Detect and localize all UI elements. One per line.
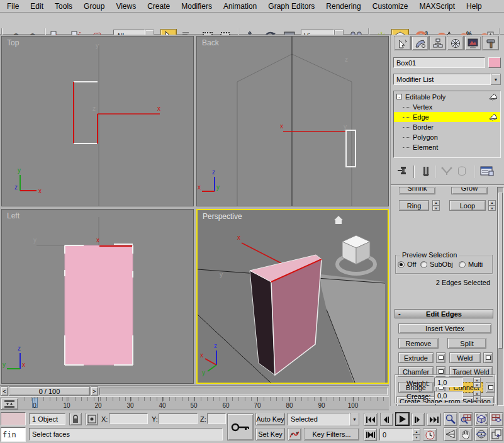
zoom-button[interactable]	[444, 412, 457, 426]
weld-button[interactable]: Weld	[449, 352, 481, 363]
open-mini-curve-editor-button[interactable]	[1, 398, 18, 410]
menu-maxscript[interactable]: MAXScript	[413, 0, 461, 13]
spin-down-icon[interactable]: ▼	[473, 383, 481, 388]
viewport-left[interactable]: y x z y x Left	[1, 209, 194, 384]
y-coord-field[interactable]	[159, 413, 198, 424]
ring-button[interactable]: Ring	[399, 200, 429, 211]
play-animation-button[interactable]	[395, 412, 410, 426]
x-coord-field[interactable]	[109, 413, 148, 424]
menu-file[interactable]: File	[1, 0, 25, 13]
viewport-back-label[interactable]: Back	[202, 38, 219, 47]
extrude-settings-button[interactable]	[436, 352, 445, 363]
extrude-button[interactable]: Extrude	[398, 352, 434, 363]
object-color-swatch[interactable]	[488, 57, 501, 68]
key-filters-button[interactable]: Key Filters...	[304, 428, 359, 440]
stack-item-vertex[interactable]: Vertex	[394, 102, 500, 112]
time-slider-thumb[interactable]: 0 / 100	[9, 386, 90, 396]
tab-display[interactable]	[464, 36, 481, 50]
ring-spinner[interactable]: ▲▼	[432, 200, 440, 211]
maximize-viewport-toggle[interactable]	[490, 427, 503, 441]
z-coord-field[interactable]	[207, 413, 226, 424]
viewport-perspective-canvas[interactable]: x y z x y	[198, 210, 388, 383]
menu-views[interactable]: Views	[110, 0, 142, 13]
make-unique-button[interactable]	[441, 167, 452, 177]
arc-rotate-button[interactable]	[474, 427, 488, 441]
crease-spinner[interactable]: ▲▼	[473, 391, 481, 400]
viewport-left-label[interactable]: Left	[7, 211, 20, 220]
zoom-extents-all-button[interactable]	[490, 412, 503, 426]
modifier-list-dropdown[interactable]: Modifier List	[393, 74, 491, 85]
time-slider-next-button[interactable]: >	[91, 386, 98, 396]
show-end-result-button[interactable]	[421, 165, 431, 178]
viewport-perspective-label[interactable]: Perspective	[203, 212, 242, 221]
spin-up-icon[interactable]: ▲	[488, 200, 496, 206]
spin-up-icon[interactable]: ▲	[473, 391, 481, 396]
key-filter-arrow[interactable]: ▼	[350, 413, 359, 425]
previous-frame-button[interactable]	[380, 413, 393, 426]
preview-subobj-option[interactable]: SubObj	[420, 261, 453, 268]
zoom-all-button[interactable]	[459, 412, 473, 426]
menu-tools[interactable]: Tools	[49, 0, 78, 13]
tab-motion[interactable]	[447, 36, 464, 50]
selection-lock-toggle[interactable]	[69, 413, 82, 425]
auto-key-button[interactable]: Auto Key	[255, 413, 285, 425]
go-to-end-button[interactable]	[427, 413, 441, 426]
radio-off[interactable]	[398, 261, 405, 268]
maxscript-mini-listener[interactable]: fin	[1, 427, 26, 442]
weight-field[interactable]: 1,0	[434, 378, 463, 387]
rollout-collapse-icon[interactable]: -	[398, 310, 401, 317]
insert-vertex-button[interactable]: Insert Vertex	[398, 323, 491, 334]
key-mode-toggle[interactable]	[364, 429, 377, 441]
time-slider-prev-button[interactable]: <	[1, 386, 8, 396]
weld-settings-button[interactable]	[483, 352, 493, 363]
loop-spinner[interactable]: ▲▼	[488, 200, 496, 211]
track-bar[interactable]: 0 10 20 30 40 50 60 70 80 90 100	[0, 396, 389, 410]
active-modifier-icon[interactable]	[489, 93, 498, 101]
zoom-extents-button[interactable]	[474, 412, 488, 426]
tab-hierarchy[interactable]	[429, 36, 446, 50]
spin-down-icon[interactable]: ▼	[413, 435, 420, 441]
current-frame-field[interactable]: 0	[379, 429, 413, 440]
frame-spinner[interactable]: ▲▼	[413, 429, 420, 440]
menu-edit[interactable]: Edit	[25, 0, 49, 13]
macro-recorder-pane[interactable]	[1, 412, 26, 425]
tab-utilities[interactable]	[482, 36, 499, 50]
pan-view-button[interactable]	[459, 427, 473, 441]
viewport-perspective[interactable]: x y z x y Perspective	[196, 209, 389, 384]
set-keys-button[interactable]	[227, 413, 254, 440]
stack-item-edge[interactable]: Edge	[394, 112, 500, 122]
preview-off-option[interactable]: Off	[398, 261, 416, 268]
menu-group[interactable]: Group	[78, 0, 110, 13]
viewport-back[interactable]: z y x z x y Back	[196, 36, 389, 206]
go-to-start-button[interactable]	[364, 413, 378, 426]
field-of-view-button[interactable]	[444, 427, 457, 441]
configure-modifier-sets-button[interactable]	[480, 165, 494, 178]
spin-down-icon[interactable]: ▼	[432, 206, 440, 211]
stack-expander[interactable]: -	[396, 94, 402, 99]
time-configuration-button[interactable]	[423, 429, 437, 441]
object-name-field[interactable]: Box01	[393, 57, 485, 68]
viewport-top-label[interactable]: Top	[7, 38, 19, 47]
crease-field[interactable]: 0,0	[434, 391, 463, 400]
preview-multi-option[interactable]: Multi	[459, 261, 483, 268]
spin-up-icon[interactable]: ▲	[432, 200, 440, 206]
scrollbar-thumb[interactable]	[498, 193, 503, 349]
shrink-button[interactable]: Shrink	[399, 187, 435, 194]
rollout-scrollbar[interactable]	[497, 187, 504, 406]
menu-graph-editors[interactable]: Graph Editors	[262, 0, 320, 13]
default-in-out-tangents-button[interactable]	[288, 428, 301, 440]
spin-down-icon[interactable]: ▼	[473, 396, 481, 401]
time-slider-track[interactable]	[99, 388, 388, 395]
menu-help[interactable]: Help	[461, 0, 488, 13]
menu-modifiers[interactable]: Modifiers	[176, 0, 218, 13]
remove-modifier-button[interactable]	[457, 166, 466, 177]
absolute-offset-mode-toggle[interactable]	[86, 413, 98, 425]
pin-stack-button[interactable]	[397, 165, 410, 178]
weight-spinner[interactable]: ▲▼	[473, 378, 481, 387]
menu-rendering[interactable]: Rendering	[320, 0, 366, 13]
menu-animation[interactable]: Animation	[218, 0, 262, 13]
grow-button[interactable]: Grow	[451, 187, 488, 194]
viewport-back-canvas[interactable]: z y x z x y	[197, 36, 388, 206]
stack-item-polygon[interactable]: Polygon	[394, 132, 500, 142]
viewport-top-canvas[interactable]: y x z y x z	[2, 36, 193, 206]
